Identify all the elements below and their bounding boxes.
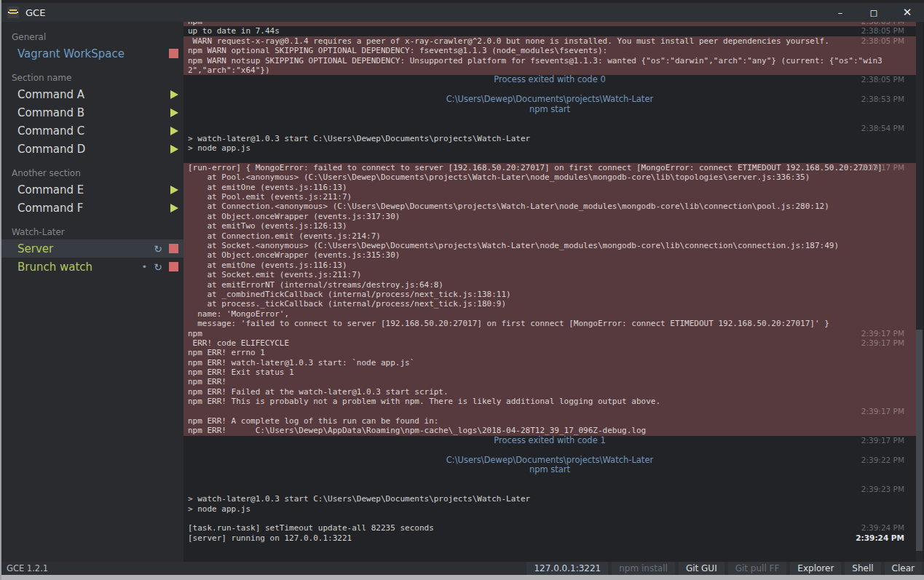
item-controls bbox=[170, 90, 178, 99]
play-icon[interactable] bbox=[170, 145, 178, 154]
sidebar-item-command-b[interactable]: Command B bbox=[1, 103, 183, 122]
sidebar-item-command-d[interactable]: Command D bbox=[1, 140, 183, 158]
terminal-line: [task.run-task] setTimeout update-all 82… bbox=[183, 523, 916, 533]
play-icon[interactable] bbox=[170, 90, 178, 99]
terminal-text: > watch-later@1.0.3 start C:\Users\Dewep… bbox=[188, 494, 530, 504]
terminal-line: Process exited with code 02:38:05 PM bbox=[183, 75, 916, 84]
terminal-line: ERR! code ELIFECYCLE2:39:17 PM bbox=[183, 338, 916, 348]
terminal-line: npm ERR! watch-later@1.0.3 start: `node … bbox=[183, 358, 916, 368]
terminal-text: Process exited with code 1 bbox=[494, 435, 605, 445]
terminal-text: npm ERR! C:\Users\Dewep\AppData\Roaming\… bbox=[188, 426, 646, 435]
item-controls bbox=[170, 186, 178, 194]
scrollbar-thumb[interactable] bbox=[916, 330, 923, 551]
terminal-line: npm ERR! This is probably not a problem … bbox=[183, 397, 916, 406]
statusbar-button-npm-install: npm install bbox=[612, 562, 675, 575]
terminal-text: ERR! code ELIFECYCLE bbox=[188, 338, 289, 348]
statusbar-button-explorer[interactable]: Explorer bbox=[790, 562, 841, 575]
play-icon[interactable] bbox=[170, 127, 178, 135]
timestamp: 2:39:24 PM bbox=[861, 523, 904, 533]
restart-icon[interactable]: ↻ bbox=[154, 262, 162, 272]
terminal-line: at emitOne (events.js:116:13) bbox=[183, 261, 916, 270]
sidebar-item-server[interactable]: Server↻ bbox=[1, 239, 183, 258]
sidebar-item-label: Command E bbox=[17, 183, 84, 196]
sidebar-section-section-name: Section nameCommand ACommand BCommand CC… bbox=[1, 69, 183, 158]
terminal-block-stdout: 2:39:23 PM> watch-later@1.0.3 start C:\U… bbox=[183, 485, 916, 543]
timestamp: 2:39:17 PM bbox=[861, 436, 904, 445]
statusbar-button-git-gui[interactable]: Git GUI bbox=[679, 562, 724, 575]
terminal-text: [task.run-task] setTimeout update-all 82… bbox=[188, 523, 434, 533]
terminal-text: WARN request-x-ray@0.1.4 requires a peer… bbox=[188, 36, 829, 46]
terminal-block-stderr: [run-error] { MongoError: failed to conn… bbox=[183, 163, 916, 436]
section-title: Watch-Later bbox=[1, 223, 183, 239]
terminal-line: npm ERR! Failed at the watch-later@1.0.3… bbox=[183, 387, 916, 397]
command-sidebar: GeneralVagrant WorkSpaceSection nameComm… bbox=[1, 22, 183, 562]
statusbar-buttons: 127.0.0.1:3221npm installGit GUIGit pull… bbox=[526, 562, 922, 575]
terminal-line: 2:39:23 PM bbox=[183, 485, 916, 494]
terminal-text: Process exited with code 0 bbox=[494, 74, 605, 84]
terminal-line: at emitTwo (events.js:126:13) bbox=[183, 221, 916, 231]
statusbar-button-clear[interactable]: Clear bbox=[885, 562, 922, 575]
terminal-text: npm start bbox=[529, 464, 570, 474]
terminal-text: up to date in 7.44s bbox=[188, 26, 280, 36]
minimize-icon[interactable]: – bbox=[824, 3, 857, 22]
terminal-line: up to date in 7.44s2:38:05 PM bbox=[183, 26, 916, 36]
sidebar-item-label: Brunch watch bbox=[17, 261, 92, 274]
stop-icon[interactable] bbox=[169, 244, 178, 253]
terminal-scrollbar[interactable] bbox=[916, 22, 923, 562]
stop-icon[interactable] bbox=[169, 262, 178, 271]
section-title: Section name bbox=[1, 69, 183, 85]
play-icon[interactable] bbox=[170, 186, 178, 194]
terminal-line: npm WARN notsup SKIPPING OPTIONAL DEPEND… bbox=[183, 56, 916, 65]
terminal-output-pane: npm2:38:05 PMup to date in 7.44s2:38:05 … bbox=[183, 22, 924, 562]
terminal-line: npm ERR! bbox=[183, 377, 916, 386]
terminal-text: npm WARN notsup SKIPPING OPTIONAL DEPEND… bbox=[188, 56, 882, 65]
terminal-text: at Object.onceWrapper (events.js:317:30) bbox=[188, 212, 400, 221]
sidebar-item-label: Command F bbox=[17, 202, 84, 215]
timestamp: 2:39:17 PM bbox=[861, 329, 904, 338]
terminal-line: [run-error] { MongoError: failed to conn… bbox=[183, 163, 916, 172]
terminal-line bbox=[183, 514, 916, 523]
terminal-line: npm ERR! Exit status 1 bbox=[183, 368, 916, 377]
sidebar-item-command-f[interactable]: Command F bbox=[1, 199, 183, 217]
terminal-text: npm ERR! errno 1 bbox=[188, 348, 265, 357]
statusbar: GCE 1.2.1 127.0.0.1:3221npm installGit G… bbox=[1, 562, 924, 575]
sidebar-item-label: Command A bbox=[17, 88, 84, 101]
terminal-block-system: Process exited with code 12:39:17 PM bbox=[183, 436, 916, 456]
terminal-line: 2","arch":"x64"}) bbox=[183, 65, 916, 75]
terminal-text: [run-error] { MongoError: failed to conn… bbox=[188, 163, 882, 172]
sidebar-item-label: Command C bbox=[17, 124, 84, 138]
terminal-text: [server] running on 127.0.0.1:3221 bbox=[188, 533, 352, 543]
play-icon[interactable] bbox=[170, 204, 178, 212]
close-icon[interactable]: ✕ bbox=[891, 3, 924, 22]
screen-bottom-edge bbox=[0, 575, 924, 580]
terminal-text: at Pool.emit (events.js:211:7) bbox=[188, 192, 352, 202]
item-controls bbox=[170, 145, 178, 154]
statusbar-button-shell[interactable]: Shell bbox=[845, 562, 880, 575]
restart-icon[interactable]: ↻ bbox=[154, 244, 162, 254]
sidebar-item-command-a[interactable]: Command A bbox=[1, 85, 183, 103]
timestamp: 2:38:54 PM bbox=[861, 124, 904, 133]
terminal-line bbox=[183, 445, 916, 455]
terminal-line: > node app.js bbox=[183, 504, 916, 514]
sidebar-item-command-e[interactable]: Command E bbox=[1, 180, 183, 199]
sidebar-item-vagrant-workspace[interactable]: Vagrant WorkSpace bbox=[1, 44, 183, 63]
app-version: GCE 1.2.1 bbox=[7, 563, 48, 573]
terminal-line: at emitErrorNT (internal/streams/destroy… bbox=[183, 280, 916, 290]
terminal-text: npm bbox=[188, 22, 202, 26]
stop-icon[interactable] bbox=[169, 49, 178, 58]
timestamp: 2:39:17 PM bbox=[861, 338, 904, 348]
terminal-text: at Object.onceWrapper (events.js:315:30) bbox=[188, 250, 400, 260]
maximize-icon[interactable]: ◻ bbox=[857, 3, 891, 22]
terminal-text: at _combinedTickCallback (internal/proce… bbox=[188, 290, 511, 299]
statusbar-button-127-0-0-1-3221[interactable]: 127.0.0.1:3221 bbox=[526, 562, 608, 575]
terminal-text: at Connection.emit (events.js:214:7) bbox=[188, 231, 381, 241]
play-icon[interactable] bbox=[170, 108, 178, 117]
sidebar-item-command-c[interactable]: Command C bbox=[1, 122, 183, 140]
terminal-line: WARN request-x-ray@0.1.4 requires a peer… bbox=[183, 36, 916, 46]
sidebar-item-brunch-watch[interactable]: Brunch watch•↻ bbox=[1, 258, 183, 276]
terminal-line: Process exited with code 12:39:17 PM bbox=[183, 436, 916, 445]
terminal-line: at Object.onceWrapper (events.js:317:30) bbox=[183, 212, 916, 221]
terminal-text: name: 'MongoError', bbox=[188, 309, 289, 319]
terminal-text: npm start bbox=[529, 104, 570, 114]
terminal-log: npm2:38:05 PMup to date in 7.44s2:38:05 … bbox=[183, 22, 924, 543]
